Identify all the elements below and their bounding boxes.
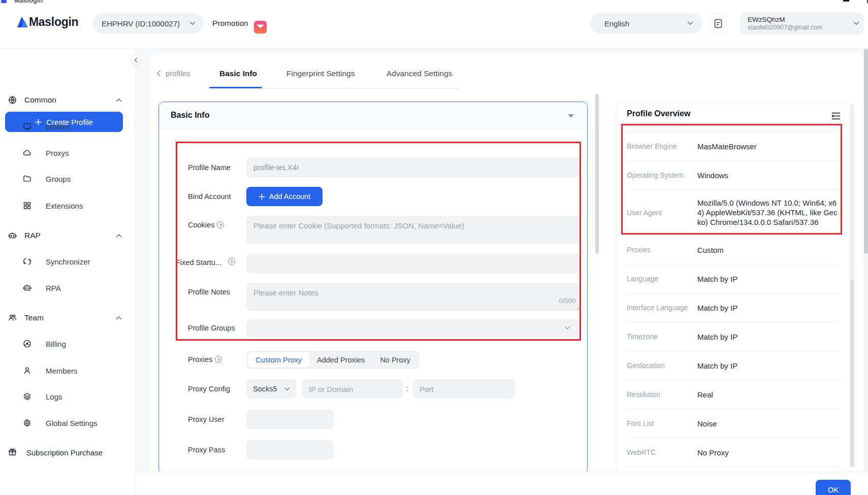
window-minimize-remnant [843,0,849,2]
basic-info-panel: Basic Info Profile Name Bind Account Add… [158,102,588,474]
overview-options-icon[interactable] [831,112,841,120]
overview-row-webrtc: WebRTCNo Proxy [627,438,840,467]
ok-button[interactable]: OK [816,480,851,495]
sidebar-item-synchronizer[interactable]: Synchronizer [0,251,135,272]
sidebar-item-common[interactable]: Common [0,90,135,110]
overview-row-label: WebRTC [627,448,697,456]
resize-handle[interactable] [575,306,580,310]
favicon [1,0,7,3]
sidebar-item-extensions[interactable]: Extensions [0,195,135,216]
promotion-red-packet-icon[interactable] [254,21,267,34]
tab-advanced-settings[interactable]: Advanced Settings [387,69,452,78]
overview-row-proxies: ProxiesCustom [627,236,840,265]
document-button[interactable] [710,13,727,34]
overview-rows: Browser EngineMasMateBrowserOperating Sy… [627,131,840,467]
sidebar-item-members[interactable]: Members [0,360,135,381]
language-dropdown[interactable]: English [590,13,702,34]
sidebar-item-profiles[interactable]: profiles [0,116,135,137]
team-icon [8,314,17,322]
sidebar-item-subscription-purchase[interactable]: Subscription Purchase [0,442,135,463]
overview-row-label: Font List [627,419,697,427]
sidebar-item-rap[interactable]: RAP [0,225,135,246]
sidebar-item-proxys[interactable]: Proxys [0,143,135,163]
chevron-left-icon [156,70,161,77]
robot-icon [23,284,31,292]
overview-row-label: Operating System [627,171,697,179]
gear-icon [23,419,31,427]
basic-info-panel-header[interactable]: Basic Info [159,102,587,129]
overview-row-label: Interface Language [627,304,697,312]
overview-row-label: Geolocation [627,361,697,370]
profile-notes-textarea[interactable] [246,283,581,311]
content-scrollbar-thumb[interactable] [595,94,599,254]
proxy-ip-input[interactable] [302,379,403,399]
layers-icon [23,392,31,401]
grid-icon [23,202,31,210]
tab-title-clipped: Maslogin [14,0,60,4]
proxy-port-input[interactable] [413,379,515,399]
proxy-option-added-proxies[interactable]: Added Proxies [309,352,372,368]
sidebar-item-team[interactable]: Team [0,308,135,328]
chevron-up-icon [116,316,122,320]
overview-row-timezone: TimezoneMatch by IP [627,322,840,351]
proxy-user-input[interactable] [246,410,334,429]
proxy-pass-input[interactable] [246,440,334,459]
collapse-chevron-icon[interactable] [568,114,574,118]
help-icon[interactable]: ? [217,221,224,228]
bind-account-label: Bind Account [188,192,231,201]
promotion-link[interactable]: Promotion [212,19,248,28]
sidebar-item-groups[interactable]: Groups [0,169,135,189]
proxy-pass-label: Proxy Pass [188,446,225,454]
overview-row-user-agent: User AgentMozilla/5.0 (Windows NT 10.0; … [627,190,840,236]
sidebar-item-billing[interactable]: Billing [0,334,135,354]
monitor-icon [23,122,31,131]
tab-fingerprint-settings[interactable]: Fingerprint Settings [286,69,355,78]
page-scrollbar-thumb[interactable] [864,49,868,254]
overview-row-interface-language: Interface LanguageMatch by IP [627,293,840,322]
browser-titlebar-remnant: Maslogin [0,0,868,5]
fixed-startup-input[interactable] [246,254,581,273]
sidebar-item-label: RAP [24,231,41,240]
overview-row-resolution: ResolutionReal [627,380,840,409]
sidebar-item-label: Groups [46,175,71,183]
profile-name-label: Profile Name [188,163,231,172]
overview-row-operating-system: Operating SystemWindows [627,161,840,190]
breadcrumb-back-profiles[interactable]: profiles [156,69,190,78]
sidebar-item-label: Billing [46,340,66,348]
sidebar-item-rpa[interactable]: RPA [0,278,135,298]
tabs-divider [207,88,459,89]
folder-icon [23,175,31,183]
cookies-textarea[interactable] [246,216,581,244]
sidebar-item-label: Subscription Purchase [26,448,103,457]
proxy-option-no-proxy[interactable]: No Proxy [372,352,418,368]
overview-row-label: Proxies [627,246,697,254]
cloud-icon [23,149,31,157]
gift-icon [8,448,17,457]
sidebar-item-label: Logs [46,392,62,401]
help-icon[interactable]: ? [228,258,235,265]
overview-row-label: User Agent [627,209,697,217]
brand-name: Maslogin [29,15,78,29]
add-account-button[interactable]: Add Account [246,187,323,206]
workspace-dropdown[interactable]: EHPHRV (ID:1000027) [92,13,204,34]
profile-groups-select[interactable] [246,319,581,337]
sidebar-item-label: Common [24,95,56,105]
sidebar-item-global-settings[interactable]: Global Settings [0,413,135,433]
overview-row-value: Match by IP [697,361,840,371]
overview-row-label: Browser Engine [627,142,697,150]
profile-name-input[interactable] [246,157,581,177]
user-email: xiaofei020907@gmail.com [748,24,823,31]
sidebar-collapse-button[interactable] [131,55,141,65]
overview-row-value: Real [697,390,840,400]
plus-icon [259,193,265,200]
sidebar-item-logs[interactable]: Logs [0,386,135,407]
proxy-protocol-select[interactable]: Socks5 [246,379,296,399]
overview-scrollbar-thumb[interactable] [850,279,854,467]
tab-basic-info[interactable]: Basic Info [219,69,257,78]
footer-bar [136,472,868,495]
profile-groups-label: Profile Groups [188,324,235,332]
robot-icon [8,232,17,240]
proxy-option-custom-proxy[interactable]: Custom Proxy [248,352,309,368]
person-icon [23,367,31,375]
help-icon[interactable]: ? [215,356,222,363]
